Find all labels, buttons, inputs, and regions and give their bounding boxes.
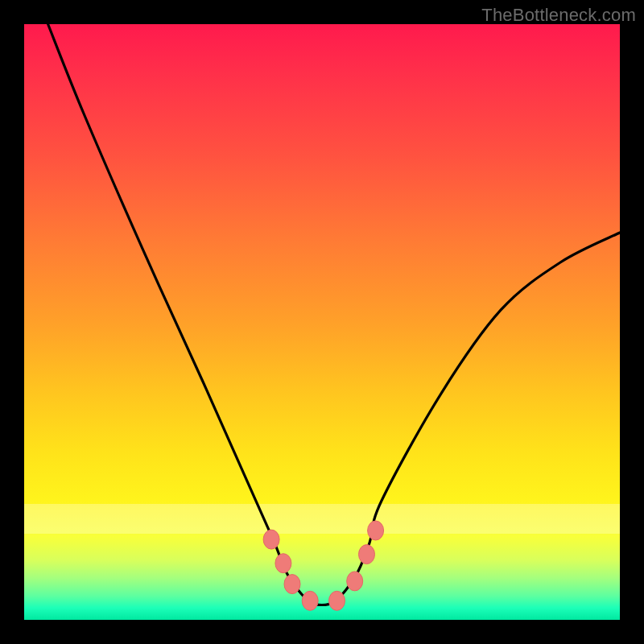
bottleneck-curve [48,24,620,605]
curve-marker-5 [347,572,363,591]
curve-marker-1 [275,554,291,573]
curve-marker-0 [263,530,279,549]
curve-markers [263,521,384,610]
outer-frame: TheBottleneck.com [0,0,644,644]
curve-marker-4 [329,591,345,610]
curve-marker-3 [302,591,318,610]
watermark-text: TheBottleneck.com [481,5,636,26]
curve-marker-7 [368,521,384,540]
curve-marker-6 [359,545,375,564]
chart-svg [24,24,620,620]
curve-marker-2 [284,575,300,594]
plot-area [24,24,620,620]
